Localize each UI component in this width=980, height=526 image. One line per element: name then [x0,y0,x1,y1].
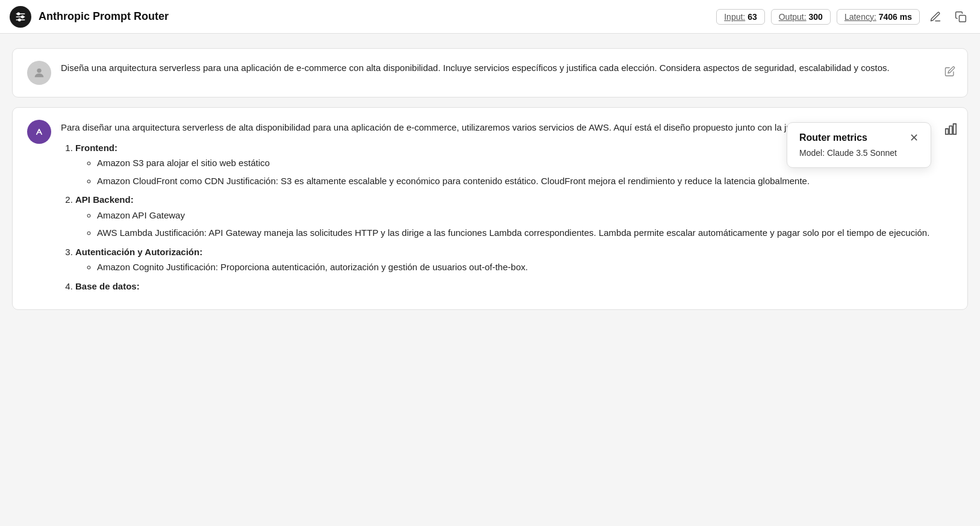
user-avatar [27,61,51,85]
header-right: Input: 63 Output: 300 Latency: 7406 ms [716,7,970,26]
latency-metric: Latency: 7406 ms [837,9,920,25]
api-backend-items: Amazon API Gateway AWS Lambda Justificac… [75,208,953,241]
router-metrics-popover: Router metrics ✕ Model: Claude 3.5 Sonne… [787,122,931,168]
svg-point-3 [17,13,19,14]
assistant-avatar [27,120,51,144]
output-value: 300 [809,12,823,22]
app-header: Anthropic Prompt Router Input: 63 Output… [0,0,980,34]
input-value: 63 [747,12,757,22]
edit-icon [929,11,941,23]
app-title: Anthropic Prompt Router [39,10,169,23]
list-item: API Backend: Amazon API Gateway AWS Lamb… [75,192,953,241]
edit-message-button[interactable] [944,66,955,80]
copy-icon [955,11,967,23]
user-avatar-icon [33,66,46,79]
input-label: Input: [724,12,745,22]
sliders-icon [14,11,27,23]
metrics-close-button[interactable]: ✕ [910,132,919,143]
bar-chart-button[interactable] [944,122,958,138]
svg-rect-6 [960,15,966,22]
user-message-card: Diseña una arquitectura serverless para … [12,48,968,97]
svg-point-8 [33,126,45,137]
list-item: Amazon API Gateway [97,208,953,223]
header-left: Anthropic Prompt Router [10,6,169,28]
input-metric: Input: 63 [716,9,765,25]
user-message-text: Diseña una arquitectura serverless para … [61,61,953,75]
list-item: Autenticación y Autorización: Amazon Cog… [75,244,953,275]
svg-rect-11 [953,124,957,134]
latency-label: Latency: [844,12,876,22]
svg-rect-9 [946,129,949,134]
bar-chart-icon [944,122,958,135]
list-item: AWS Lambda Justificación: API Gateway ma… [97,225,953,241]
output-label: Output: [779,12,807,22]
assistant-message-card: Para diseñar una arquitectura serverless… [12,107,968,310]
list-item: Amazon Cognito Justificación: Proporcion… [97,259,953,275]
pencil-icon [944,66,955,77]
edit-prompt-button[interactable] [926,7,945,26]
svg-rect-10 [949,126,952,134]
output-metric: Output: 300 [771,9,831,25]
router-metrics-title: Router metrics [799,132,867,143]
main-content: Diseña una arquitectura serverless para … [0,34,980,324]
metrics-popover-header: Router metrics ✕ [799,132,919,143]
copy-button[interactable] [951,7,970,26]
list-item: Base de datos: [75,279,953,294]
latency-value: 7406 ms [879,12,912,22]
app-icon [10,6,31,28]
svg-point-4 [22,16,23,17]
auth-items: Amazon Cognito Justificación: Proporcion… [75,259,953,275]
assistant-avatar-icon [33,125,46,138]
list-item: Amazon CloudFront como CDN Justificación… [97,173,953,189]
svg-point-7 [37,69,41,73]
metrics-model-line: Model: Claude 3.5 Sonnet [799,148,919,158]
svg-point-5 [19,19,20,20]
